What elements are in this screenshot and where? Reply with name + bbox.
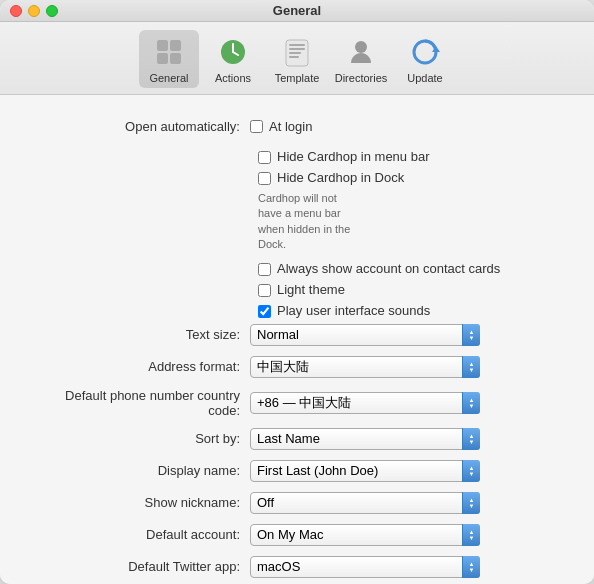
toolbar-item-update[interactable]: Update — [395, 30, 455, 88]
light-theme-checkbox[interactable] — [258, 284, 271, 297]
at-login-wrapper: At login — [250, 119, 564, 134]
display-name-select[interactable]: First Last (John Doe) — [250, 460, 480, 482]
general-label: General — [149, 72, 188, 84]
actions-label: Actions — [215, 72, 251, 84]
sort-by-label: Sort by: — [30, 431, 250, 446]
sort-by-row: Sort by: Last Name ▲ ▼ — [30, 428, 564, 450]
always-show-label: Always show account on contact cards — [277, 261, 500, 276]
address-format-row: Address format: 中国大陆 ▲ ▼ — [30, 356, 564, 378]
always-show-checkbox[interactable] — [258, 263, 271, 276]
text-size-label: Text size: — [30, 327, 250, 342]
window-title: General — [273, 3, 321, 18]
sort-by-select[interactable]: Last Name — [250, 428, 480, 450]
default-account-wrapper: On My Mac ▲ ▼ — [250, 524, 480, 546]
twitter-app-select[interactable]: macOS — [250, 556, 480, 578]
show-nickname-label: Show nickname: — [30, 495, 250, 510]
svg-rect-1 — [170, 40, 181, 51]
svg-rect-9 — [289, 56, 299, 58]
show-nickname-wrapper: Off ▲ ▼ — [250, 492, 480, 514]
traffic-lights — [10, 5, 58, 17]
open-automatically-row: Open automatically: At login — [30, 115, 564, 137]
update-icon — [407, 34, 443, 70]
directories-icon — [343, 34, 379, 70]
display-name-control: First Last (John Doe) ▲ ▼ — [250, 460, 564, 482]
text-size-select[interactable]: Normal — [250, 324, 480, 346]
title-bar: General — [0, 0, 594, 22]
main-window: General General — [0, 0, 594, 584]
svg-rect-6 — [289, 44, 305, 46]
address-format-control: 中国大陆 ▲ ▼ — [250, 356, 564, 378]
svg-rect-0 — [157, 40, 168, 51]
svg-rect-7 — [289, 48, 305, 50]
show-nickname-control: Off ▲ ▼ — [250, 492, 564, 514]
display-name-label: Display name: — [30, 463, 250, 478]
at-login-control: At login — [250, 119, 564, 134]
hide-menu-bar-label: Hide Cardhop in menu bar — [277, 149, 429, 164]
twitter-app-row: Default Twitter app: macOS ▲ ▼ — [30, 556, 564, 578]
show-nickname-select[interactable]: Off — [250, 492, 480, 514]
maximize-button[interactable] — [46, 5, 58, 17]
update-label: Update — [407, 72, 442, 84]
hide-menu-bar-checkbox[interactable] — [258, 151, 271, 164]
template-icon — [279, 34, 315, 70]
hide-dock-checkbox[interactable] — [258, 172, 271, 185]
text-size-wrapper: Normal ▲ ▼ — [250, 324, 480, 346]
actions-icon — [215, 34, 251, 70]
default-account-label: Default account: — [30, 527, 250, 542]
open-automatically-label: Open automatically: — [30, 119, 250, 134]
content-area: Open automatically: At login Hide Cardho… — [0, 95, 594, 584]
phone-country-control: +86 — 中国大陆 ▲ ▼ — [250, 392, 564, 414]
address-format-wrapper: 中国大陆 ▲ ▼ — [250, 356, 480, 378]
general-icon — [151, 34, 187, 70]
sort-by-wrapper: Last Name ▲ ▼ — [250, 428, 480, 450]
hide-dock-row: Hide Cardhop in Dock — [30, 170, 564, 185]
twitter-app-control: macOS ▲ ▼ — [250, 556, 564, 578]
display-name-wrapper: First Last (John Doe) ▲ ▼ — [250, 460, 480, 482]
play-sounds-label: Play user interface sounds — [277, 303, 430, 318]
show-nickname-row: Show nickname: Off ▲ ▼ — [30, 492, 564, 514]
display-name-row: Display name: First Last (John Doe) ▲ ▼ — [30, 460, 564, 482]
hide-dock-label: Hide Cardhop in Dock — [277, 170, 404, 185]
svg-point-10 — [355, 41, 367, 53]
default-account-select[interactable]: On My Mac — [250, 524, 480, 546]
always-show-row: Always show account on contact cards — [30, 261, 564, 276]
twitter-app-wrapper: macOS ▲ ▼ — [250, 556, 480, 578]
twitter-app-label: Default Twitter app: — [30, 559, 250, 574]
close-button[interactable] — [10, 5, 22, 17]
at-login-checkbox[interactable] — [250, 120, 263, 133]
sort-by-control: Last Name ▲ ▼ — [250, 428, 564, 450]
phone-country-wrapper: +86 — 中国大陆 ▲ ▼ — [250, 392, 480, 414]
toolbar-items: General Actions — [119, 22, 475, 94]
phone-country-row: Default phone number country code: +86 —… — [30, 388, 564, 418]
toolbar-item-template[interactable]: Template — [267, 30, 327, 88]
svg-rect-2 — [157, 53, 168, 64]
phone-country-select[interactable]: +86 — 中国大陆 — [250, 392, 480, 414]
hide-menu-bar-row: Hide Cardhop in menu bar — [30, 149, 564, 164]
play-sounds-row: Play user interface sounds — [30, 303, 564, 318]
light-theme-row: Light theme — [30, 282, 564, 297]
address-format-select[interactable]: 中国大陆 — [250, 356, 480, 378]
minimize-button[interactable] — [28, 5, 40, 17]
toolbar: General Actions — [0, 22, 594, 95]
text-size-control: Normal ▲ ▼ — [250, 324, 564, 346]
light-theme-label: Light theme — [277, 282, 345, 297]
toolbar-item-general[interactable]: General — [139, 30, 199, 88]
phone-country-label: Default phone number country code: — [30, 388, 250, 418]
address-format-label: Address format: — [30, 359, 250, 374]
template-label: Template — [275, 72, 320, 84]
directories-label: Directories — [335, 72, 388, 84]
dock-hint: Cardhop will not have a menu bar when hi… — [30, 191, 360, 253]
play-sounds-checkbox[interactable] — [258, 305, 271, 318]
svg-rect-8 — [289, 52, 301, 54]
toolbar-item-directories[interactable]: Directories — [331, 30, 391, 88]
svg-rect-3 — [170, 53, 181, 64]
default-account-control: On My Mac ▲ ▼ — [250, 524, 564, 546]
default-account-row: Default account: On My Mac ▲ ▼ — [30, 524, 564, 546]
at-login-label: At login — [269, 119, 312, 134]
toolbar-item-actions[interactable]: Actions — [203, 30, 263, 88]
text-size-row: Text size: Normal ▲ ▼ — [30, 324, 564, 346]
